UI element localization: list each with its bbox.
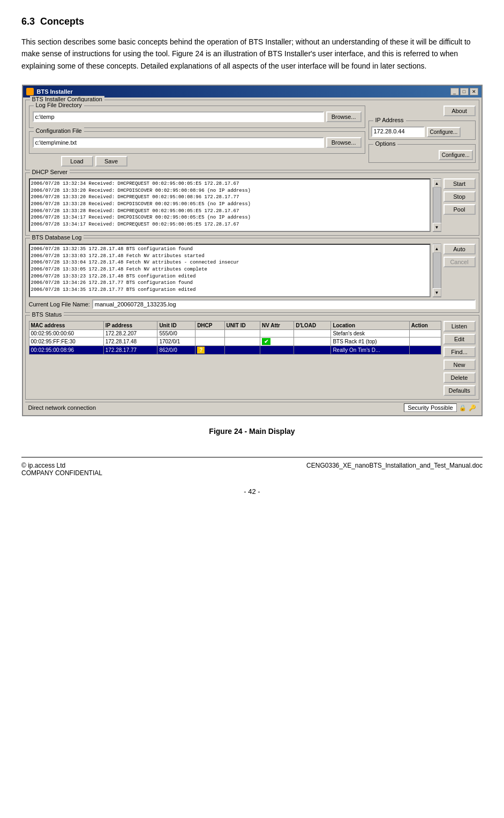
- footer-left: © ip.access Ltd COMPANY CONFIDENTIAL: [21, 462, 102, 477]
- title-bar-buttons[interactable]: _ □ ✕: [450, 88, 478, 95]
- cancel-button[interactable]: Cancel: [443, 257, 476, 267]
- table-cell: ?: [195, 346, 224, 355]
- config-section: Log File Directory Browse... Configurati…: [29, 106, 476, 167]
- bts-db-group-content: 2006/07/28 13:32:35 172.28.17.48 BTS con…: [29, 244, 476, 309]
- about-btn-row: About: [368, 106, 476, 116]
- dhcp-scroll-down[interactable]: ▼: [433, 223, 441, 231]
- table-row[interactable]: 00:02:95:FF:FE:30172.28.17.481702/0/1✔BT…: [29, 337, 441, 346]
- bts-db-log-line: 2006/07/28 13:33:05 172.28.17.48 Fetch N…: [31, 266, 428, 273]
- bts-db-scroll-down[interactable]: ▼: [433, 288, 441, 297]
- auto-button[interactable]: Auto: [443, 244, 476, 254]
- dhcp-scroll-up[interactable]: ▲: [433, 179, 441, 187]
- bts-db-log-line: 2006/07/28 13:33:23 172.28.17.48 BTS con…: [31, 273, 428, 280]
- config-file-input[interactable]: [33, 137, 324, 148]
- bts-db-log-line: 2006/07/28 13:33:04 172.28.17.48 Fetch N…: [31, 259, 428, 266]
- app-icon: [26, 88, 34, 95]
- bts-db-group: BTS Database Log 2006/07/28 13:32:35 172…: [25, 238, 479, 313]
- find-button[interactable]: Find...: [443, 347, 476, 357]
- config-file-label: Configuration File: [34, 127, 84, 134]
- col-nv-attr: NV Attr: [260, 321, 294, 330]
- edit-button[interactable]: Edit: [443, 334, 476, 344]
- col-unit-id2: UNIT ID: [224, 321, 260, 330]
- ip-row: 172.28.0.44 Configure...: [371, 126, 473, 137]
- col-unit-id: Unit ID: [157, 321, 195, 330]
- configure-options-button[interactable]: Configure...: [439, 150, 473, 160]
- col-action: Action: [409, 321, 441, 330]
- browse-config-button[interactable]: Browse...: [326, 137, 362, 148]
- dhcp-buttons: Start Stop Pool: [443, 178, 476, 232]
- table-cell: [224, 330, 260, 337]
- dhcp-log-line: 2006/07/28 13:33:20 Received: DHCPDISCOV…: [31, 187, 428, 194]
- delete-button[interactable]: Delete: [443, 372, 476, 383]
- ip-address-label: IP Address: [373, 117, 406, 123]
- col-ip: IP address: [103, 321, 157, 330]
- start-button[interactable]: Start: [443, 178, 476, 189]
- dhcp-question-icon: ?: [197, 347, 205, 354]
- about-button[interactable]: About: [443, 106, 476, 116]
- key-icon: 🔑: [469, 404, 476, 411]
- status-bar: Direct network connection Security Possi…: [25, 402, 479, 413]
- close-button[interactable]: ✕: [470, 88, 478, 95]
- table-cell: [409, 337, 441, 346]
- table-cell: 862/0/0: [157, 346, 195, 355]
- dhcp-log-line: 2006/07/28 13:34:17 Received: DHCPREQUES…: [31, 221, 428, 228]
- current-log-label: Current Log File Name:: [29, 301, 90, 307]
- log-dir-label: Log File Directory: [34, 102, 84, 108]
- defaults-button[interactable]: Defaults: [443, 385, 476, 396]
- table-header-row: MAC address IP address Unit ID DHCP UNIT…: [29, 321, 441, 330]
- bts-db-buttons: Auto Cancel: [443, 244, 476, 297]
- nv-attr-check-icon: ✔: [262, 338, 270, 345]
- table-row[interactable]: 00:02:95:00:08:96172.28.17.77862/0/0?Rea…: [29, 346, 441, 355]
- dhcp-log: 2006/07/28 13:32:34 Received: DHCPREQUES…: [29, 178, 441, 232]
- dhcp-group-label: DHCP Server: [30, 169, 70, 175]
- bts-db-scrollbar[interactable]: ▲ ▼: [433, 244, 441, 297]
- log-dir-row: Browse...: [33, 111, 362, 122]
- minimize-button[interactable]: _: [450, 88, 459, 95]
- page-number: - 42 -: [21, 487, 483, 496]
- title-bar-left: BTS Installer: [26, 88, 73, 95]
- status-table-body: 00:02:95:00:00:60172.28.2.207555/0/0Stef…: [29, 330, 441, 355]
- new-button[interactable]: New: [443, 359, 476, 370]
- table-cell: [260, 330, 294, 337]
- table-cell: 172.28.17.48: [103, 337, 157, 346]
- table-cell: 00:02:95:00:00:60: [29, 330, 103, 337]
- options-row: Configure...: [371, 150, 473, 160]
- config-file-group: Configuration File Browse...: [29, 131, 365, 154]
- options-label: Options: [373, 140, 398, 147]
- load-button[interactable]: Load: [61, 156, 93, 167]
- dhcp-scrollbar[interactable]: ▲ ▼: [433, 178, 441, 232]
- dhcp-log-line: 2006/07/28 13:32:34 Received: DHCPREQUES…: [31, 181, 428, 187]
- dhcp-group-content: 2006/07/28 13:32:34 Received: DHCPREQUES…: [29, 178, 476, 232]
- ip-address-group: IP Address 172.28.0.44 Configure...: [368, 121, 476, 140]
- table-cell: Really On Tim's D...: [331, 346, 409, 355]
- bts-status-content: MAC address IP address Unit ID DHCP UNIT…: [29, 321, 476, 396]
- current-log-value: manual_20060728_133235.log: [92, 299, 476, 309]
- listen-button[interactable]: Listen: [443, 321, 476, 332]
- maximize-button[interactable]: □: [460, 88, 469, 95]
- bts-db-scroll-up[interactable]: ▲: [433, 244, 441, 253]
- footer-right: CENG0336_XE_nanoBTS_Installation_and_Tes…: [306, 462, 483, 477]
- col-dload: D'LOAD: [294, 321, 331, 330]
- log-dir-input[interactable]: [33, 111, 324, 122]
- table-row[interactable]: 00:02:95:00:00:60172.28.2.207555/0/0Stef…: [29, 330, 441, 337]
- stop-button[interactable]: Stop: [443, 191, 476, 202]
- configure-ip-button[interactable]: Configure...: [427, 127, 461, 137]
- status-table: MAC address IP address Unit ID DHCP UNIT…: [29, 321, 441, 355]
- table-cell: [195, 337, 224, 346]
- figure-caption: Figure 24 - Main Display: [21, 427, 483, 436]
- bts-db-log-line: 2006/07/28 13:33:03 172.28.17.48 Fetch N…: [31, 253, 428, 260]
- bts-db-log-area: 2006/07/28 13:32:35 172.28.17.48 BTS con…: [29, 244, 441, 297]
- config-left: Log File Directory Browse... Configurati…: [29, 106, 365, 167]
- section-heading: 6.3 Concepts: [21, 16, 483, 27]
- table-cell: [260, 346, 294, 355]
- bts-status-label: BTS Status: [30, 311, 64, 318]
- pool-button[interactable]: Pool: [443, 204, 476, 215]
- table-cell: 172.28.17.77: [103, 346, 157, 355]
- dhcp-log-area: 2006/07/28 13:32:34 Received: DHCPREQUES…: [29, 178, 441, 232]
- browse-log-button[interactable]: Browse...: [326, 111, 362, 122]
- bts-status-group: BTS Status MAC address IP address Unit I…: [25, 315, 479, 400]
- config-right: About IP Address 172.28.0.44 Configure..…: [368, 106, 476, 167]
- save-button[interactable]: Save: [95, 156, 127, 167]
- bts-db-log-line: 2006/07/28 13:34:35 172.28.17.77 BTS con…: [31, 287, 428, 294]
- table-cell: 555/0/0: [157, 330, 195, 337]
